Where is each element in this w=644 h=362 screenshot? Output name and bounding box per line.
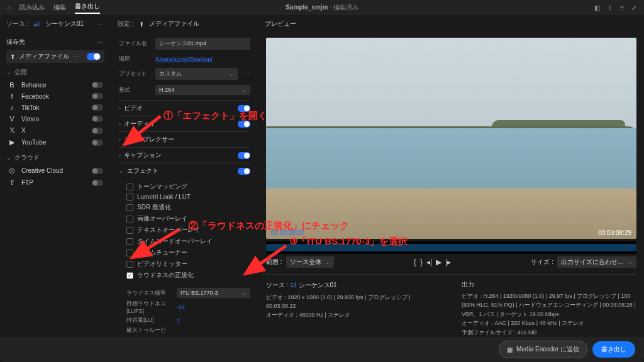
range-select[interactable]: ソース全体⌄ (286, 256, 334, 268)
check-timecode-overlay[interactable]: タイムコードオーバーレイ (126, 236, 250, 247)
dest-youtube[interactable]: ▶YouTube (6, 136, 104, 148)
source-header: ソース : ≡⁞ シーケンス01 ⋯ (0, 15, 111, 33)
upload-icon: ⬆ (10, 53, 15, 60)
format-select[interactable]: H.264⌄ (155, 85, 250, 95)
size-select[interactable]: 出力サイズに合わせ…⌄ (557, 256, 636, 268)
scrub-bar[interactable] (266, 241, 636, 254)
info-out-audio: オーディオ : AAC | 320 Kbps | 48 kHz | ステレオ (462, 319, 636, 327)
facebook-icon: f (8, 92, 16, 100)
info-out-video: ビデオ : H.264 | 1920x1080 (1.0) | 29.97 fp… (462, 292, 636, 319)
info-src-video: ビデオ : 1920 x 1080 (1.0) | 29.935 fps | プ… (266, 293, 436, 311)
check-sdr[interactable]: SDR 最適化 (126, 202, 250, 213)
location-link[interactable]: /Users/admin/Desktop/ (155, 56, 213, 62)
check-lut[interactable]: Lumetri Look / LUT (126, 192, 250, 202)
preset-select[interactable]: カスタム⌄ (155, 68, 238, 80)
export-button[interactable]: 書き出し (592, 341, 635, 358)
step-back-icon[interactable]: ◂| (426, 258, 432, 266)
preview-title: プレビュー (265, 19, 296, 28)
set-out-icon[interactable]: } (420, 258, 423, 266)
media-file-toggle[interactable] (87, 53, 101, 60)
check-time-tuner[interactable]: タイムチューナー (126, 247, 250, 258)
effects-toggle[interactable] (238, 168, 250, 175)
section-caption[interactable]: ›キャプション (119, 147, 250, 163)
youtube-icon: ▶ (8, 138, 16, 146)
footer: ▦Media Encoder に送信 書き出し (0, 337, 644, 362)
info-out-size: 予測ファイルサイズ : 456 MB (462, 328, 636, 337)
x-icon: 𝕏 (8, 126, 16, 134)
caption-toggle[interactable] (238, 152, 250, 159)
settings-panel: ファイル名シーケンス01.mp4 場所/Users/admin/Desktop/… (111, 33, 258, 337)
save-to-label: 保存先 (6, 38, 25, 47)
timecode-right: 00:03:08:29 (598, 229, 631, 236)
app-icon: ⌂ (8, 4, 11, 11)
preview-pane: 00:00:08:07 00:03:08:29 範囲 : ソース全体⌄ { } … (258, 33, 644, 337)
check-video-limiter[interactable]: ビデオリミッター (126, 258, 250, 270)
tolerance-value[interactable]: 2 (177, 317, 180, 324)
dest-ftp[interactable]: ⇧FTP (6, 177, 104, 189)
bar-icon[interactable]: ≡ (620, 4, 624, 11)
dest-behance[interactable]: BBehance (6, 79, 104, 90)
share-icon[interactable]: ⇧ (608, 4, 613, 11)
section-multiplexer[interactable]: ›マルチプレクサー (119, 131, 250, 147)
tiktok-icon: ♪ (8, 104, 16, 111)
source-name: シーケンス01 (45, 19, 84, 28)
check-image-overlay[interactable]: 画像オーバーレイ (126, 213, 250, 224)
source-more-icon[interactable]: ⋯ (97, 21, 104, 28)
sequence-icon: ≡⁞ (34, 20, 40, 28)
section-audio[interactable]: ›オーディオ (119, 116, 250, 131)
preset-more-icon[interactable]: ⋯ (244, 71, 250, 77)
mf-more-icon[interactable]: ⋯ (73, 53, 80, 60)
creative-cloud-icon: ◎ (8, 167, 16, 175)
group-public[interactable]: ⌄公開 (6, 68, 104, 77)
target-loudness-value[interactable]: -24 (177, 304, 185, 310)
tab-export[interactable]: 書き出し (75, 2, 100, 14)
check-text-overlay[interactable]: テキストオーバーレイ (126, 224, 250, 236)
section-effects[interactable]: ⌄エフェクト (119, 163, 250, 178)
behance-icon: B (8, 81, 16, 89)
media-encoder-icon: ▦ (507, 346, 513, 353)
section-video[interactable]: ›ビデオ (119, 100, 250, 116)
tab-edit[interactable]: 編集 (53, 3, 66, 12)
target-loudness-label: 目標ラウドネス[LUFS] (126, 300, 172, 314)
timecode-left[interactable]: 00:00:08:07 (271, 229, 304, 236)
preview-viewport[interactable]: 00:00:08:07 00:03:08:29 (266, 38, 636, 239)
check-tone[interactable]: トーンマッピング (126, 181, 250, 192)
vimeo-icon: V (8, 115, 16, 123)
sidebar: 保存先⋯ ⬆ メディアファイル ⋯ ⌄公開 BBehance fFacebook… (0, 33, 111, 337)
dest-facebook[interactable]: fFacebook (6, 90, 104, 102)
dest-x[interactable]: 𝕏X (6, 124, 104, 136)
video-toggle[interactable] (238, 105, 250, 112)
tab-import[interactable]: 読み込み (19, 3, 45, 12)
check-loudness-normalization[interactable]: ✓ラウドネスの正規化 (126, 270, 250, 281)
top-bar: ⌂ 読み込み 編集 書き出し Sample_smjm · 編集済み ◧ ⇧ ≡ … (0, 0, 644, 15)
toggle-off[interactable] (92, 82, 103, 88)
info-src-audio: オーディオ : 48000 Hz | ステレオ (266, 310, 436, 319)
fullscreen-icon[interactable]: ⤢ (631, 4, 636, 11)
filename-input[interactable]: シーケンス01.mp4 (155, 38, 250, 50)
export-icon: ⬆ (139, 21, 144, 28)
media-file-item[interactable]: ⬆ メディアファイル ⋯ (6, 50, 104, 63)
save-more-icon[interactable]: ⋯ (97, 39, 104, 46)
workspace-icon[interactable]: ◧ (594, 4, 600, 11)
loudness-standard-select[interactable]: ITU BS.1770-3⌄ (177, 288, 250, 298)
dest-creative-cloud[interactable]: ◎Creative Cloud (6, 165, 104, 177)
dest-vimeo[interactable]: VVimeo (6, 113, 104, 124)
group-cloud[interactable]: ⌄クラウド (6, 153, 104, 162)
set-in-icon[interactable]: { (414, 258, 416, 266)
audio-toggle[interactable] (238, 121, 250, 128)
step-fwd-icon[interactable]: |▸ (445, 258, 451, 266)
dest-tiktok[interactable]: ♪TikTok (6, 102, 104, 113)
play-icon[interactable]: ▶ (436, 258, 441, 266)
send-to-media-encoder-button[interactable]: ▦Media Encoder に送信 (499, 341, 587, 358)
project-title: Sample_smjm · 編集済み (286, 3, 358, 12)
ftp-icon: ⇧ (8, 178, 16, 187)
